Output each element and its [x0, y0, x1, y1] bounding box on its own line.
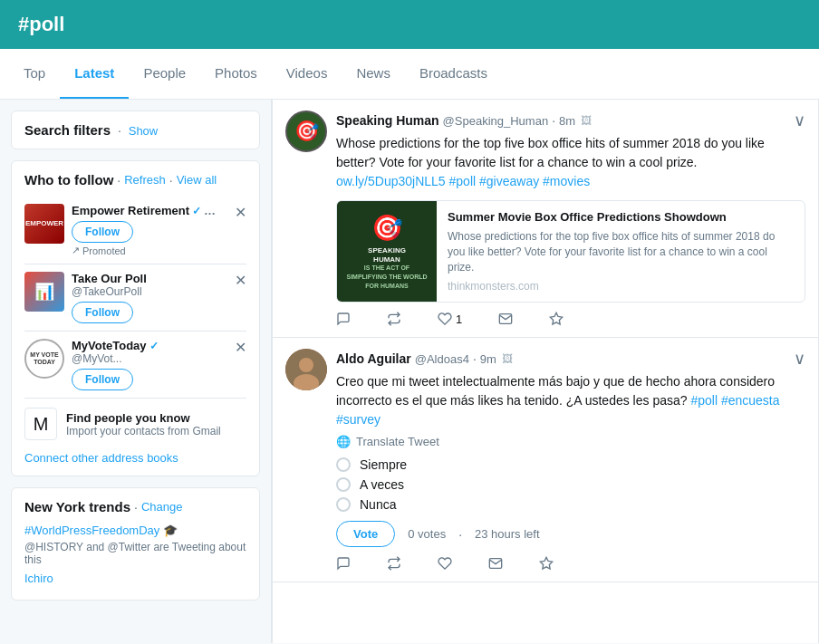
tweet-1-hashtag-poll[interactable]: #poll [449, 174, 477, 188]
like-button-tweet-2[interactable] [438, 556, 452, 571]
follow-button-empower[interactable]: Follow [72, 221, 133, 243]
poll-option-1[interactable]: Siempre [336, 457, 805, 472]
tweet-1-actions: 1 [336, 312, 805, 326]
tweet-1-card-image: 🎯 SPEAKINGHUMANIS THE ACT OFSIMPLIFYING … [337, 201, 437, 302]
tweet-1-hashtag-movies[interactable]: #movies [543, 174, 590, 188]
trend-item-1[interactable]: #WorldPressFreedomDay 🎓 [24, 524, 246, 537]
trend-item-2[interactable]: Ichiro [24, 572, 246, 585]
poll-label-3: Nunca [360, 497, 396, 512]
poll-time-left: 23 hours left [475, 527, 540, 541]
reply-button-tweet-1[interactable] [336, 312, 351, 326]
follow-button-myvote[interactable]: Follow [72, 369, 133, 390]
tweet-2-hashtag-poll[interactable]: #poll [690, 393, 718, 408]
like-icon [438, 312, 452, 326]
header: #poll [0, 0, 819, 49]
ny-trends-change[interactable]: Change [141, 500, 183, 514]
verified-icon-empower: ✓ [192, 205, 201, 217]
tab-top[interactable]: Top [9, 49, 60, 99]
tweet-1: 🎯 Speaking Human @Speaking_Human · 8m 🖼 … [273, 100, 818, 338]
close-icon-takepoll[interactable]: ✕ [235, 272, 246, 289]
tab-people[interactable]: People [129, 49, 200, 99]
follow-item-empower: EMPOWER Empower Retirement ✓ … Follow ↗P… [24, 197, 246, 264]
tweet-1-hashtag-giveaway[interactable]: #giveaway [479, 174, 539, 188]
poll-option-2[interactable]: A veces [336, 477, 805, 492]
follow-info-takepoll: Take Our Poll @TakeOurPoll Follow [72, 272, 246, 323]
tweet-2-actions [336, 556, 805, 571]
follow-name-empower: Empower Retirement ✓ … [72, 204, 246, 217]
reply-button-tweet-2[interactable] [336, 556, 351, 571]
follow-button-takepoll[interactable]: Follow [72, 302, 133, 323]
poll-option-3[interactable]: Nunca [336, 497, 805, 512]
avatar-myvote: MY VOTE TODAY [24, 339, 64, 379]
reply-icon [336, 556, 351, 571]
follow-info-myvote: MyVoteToday ✓ @MyVot... Follow [72, 339, 246, 390]
vote-button[interactable]: Vote [336, 521, 395, 547]
reply-icon [336, 312, 351, 326]
poll-label-1: Siempre [360, 457, 407, 472]
main-feed: 🎯 Speaking Human @Speaking_Human · 8m 🖼 … [272, 100, 819, 643]
gmail-icon: M [24, 408, 57, 440]
tweet-1-card-info: Summer Movie Box Office Predictions Show… [437, 201, 805, 302]
more-icon-tweet-2[interactable]: ∨ [794, 349, 805, 369]
translate-row[interactable]: 🌐 Translate Tweet [336, 435, 805, 448]
poll-radio-3 [336, 497, 351, 512]
poll-radio-2 [336, 477, 351, 492]
retweet-button-tweet-1[interactable] [387, 312, 401, 326]
search-filters-show[interactable]: Show [129, 124, 159, 138]
tab-videos[interactable]: Videos [272, 49, 342, 99]
tab-latest[interactable]: Latest [60, 49, 129, 99]
like-count-tweet-1: 1 [456, 312, 462, 326]
tweet-1-author-name[interactable]: Speaking Human [336, 113, 439, 128]
follow-item-myvote: MY VOTE TODAY MyVoteToday ✓ @MyVot... Fo… [24, 332, 246, 399]
tweet-2-hashtag-encuesta[interactable]: #encuesta [721, 393, 780, 408]
media-icon-tweet-2: 🖼 [502, 352, 513, 365]
verified-icon-myvote: ✓ [149, 340, 159, 352]
poll-votes-count: 0 votes [408, 527, 446, 541]
svg-marker-0 [551, 313, 563, 325]
page-title: #poll [18, 13, 64, 35]
dm-icon [488, 556, 503, 571]
tweet-2-hashtag-survey[interactable]: #survey [336, 412, 381, 427]
tweet-1-text: Whose predictions for the top five box o… [336, 134, 805, 191]
tweet-1-card[interactable]: 🎯 SPEAKINGHUMANIS THE ACT OFSIMPLIFYING … [336, 200, 805, 303]
tweet-2-time: 9m [480, 352, 496, 366]
who-to-follow-panel: Who to follow · Refresh · View all EMPOW… [11, 160, 260, 476]
bookmark-button-tweet-2[interactable] [539, 556, 554, 571]
translate-label: Translate Tweet [356, 435, 439, 448]
close-icon-myvote[interactable]: ✕ [235, 339, 246, 356]
tweet-1-card-domain: thinkmonsters.com [448, 280, 794, 293]
retweet-button-tweet-2[interactable] [387, 556, 401, 571]
follow-item-takepoll: 📊 Take Our Poll @TakeOurPoll Follow ✕ [24, 264, 246, 332]
connect-address-books-link[interactable]: Connect other address books [24, 451, 246, 465]
tab-news[interactable]: News [342, 49, 405, 99]
like-button-tweet-1[interactable]: 1 [438, 312, 462, 326]
main-layout: Search filters · Show Who to follow · Re… [0, 100, 819, 643]
search-filters-panel: Search filters · Show [11, 111, 260, 149]
poll-label-2: A veces [360, 477, 404, 492]
poll-radio-1 [336, 457, 351, 472]
svg-marker-4 [540, 558, 552, 570]
close-icon-empower[interactable]: ✕ [235, 204, 246, 221]
tweet-1-link[interactable]: ow.ly/5Dup30jNLL5 [336, 174, 446, 188]
find-people-title: Find people you know [66, 411, 221, 425]
trend-sub-1: @HISTORY and @Twitter are Tweeting about… [24, 541, 246, 566]
view-all-link[interactable]: View all [177, 173, 217, 187]
tweet-2-author-handle[interactable]: @Aldoas4 [415, 352, 469, 366]
refresh-link[interactable]: Refresh [124, 173, 166, 187]
dm-button-tweet-2[interactable] [488, 556, 503, 571]
bookmark-button-tweet-1[interactable] [549, 312, 564, 326]
dm-button-tweet-1[interactable] [498, 312, 513, 326]
like-icon [438, 556, 452, 571]
tweet-1-author-handle[interactable]: @Speaking_Human [443, 114, 549, 128]
find-people-subtitle: Import your contacts from Gmail [66, 425, 221, 437]
dm-icon [498, 312, 513, 326]
tweet-2-text: Creo que mi tweet intelectualmente más b… [336, 372, 805, 429]
tab-photos[interactable]: Photos [200, 49, 272, 99]
follow-handle-myvote: @MyVot... [72, 352, 246, 365]
tweet-1-card-desc: Whose predictions for the top five box o… [448, 229, 794, 274]
tweet-1-card-title: Summer Movie Box Office Predictions Show… [448, 210, 794, 224]
more-icon-tweet-1[interactable]: ∨ [794, 111, 805, 130]
tab-broadcasts[interactable]: Broadcasts [405, 49, 502, 99]
media-icon-tweet-1: 🖼 [581, 114, 592, 127]
tweet-2-author-name[interactable]: Aldo Aguilar [336, 351, 411, 366]
